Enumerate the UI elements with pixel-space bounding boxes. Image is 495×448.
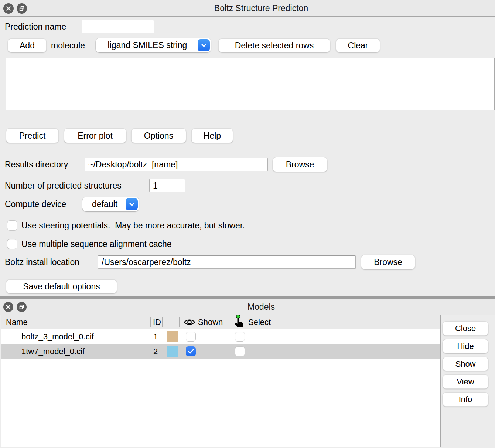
prediction-name-input[interactable]	[82, 20, 154, 33]
predict-button[interactable]: Predict	[6, 128, 59, 143]
models-titlebar: Models	[0, 299, 495, 315]
add-button[interactable]: Add	[8, 38, 47, 52]
float-windows-icon	[19, 304, 24, 310]
molecule-type-selected: ligand SMILES string	[96, 40, 198, 50]
models-table: Name ID Shown Select boltz_3_model_0.cif…	[1, 315, 440, 447]
delete-selected-rows-button[interactable]: Delete selected rows	[218, 38, 330, 52]
install-location-label: Boltz install location	[5, 255, 79, 269]
model-show-button[interactable]: Show	[443, 357, 488, 371]
boltz-structure-prediction-window: Boltz Structure Predicton Prediction nam…	[0, 0, 495, 448]
chevron-down-icon	[126, 198, 138, 210]
float-tool-button[interactable]	[17, 3, 27, 14]
model-info-button[interactable]: Info	[443, 392, 488, 407]
compute-device-selected: default	[82, 199, 126, 209]
model-view-button[interactable]: View	[443, 374, 488, 389]
msa-cache-checkbox[interactable]	[7, 239, 17, 249]
column-header-id: ID	[153, 315, 161, 329]
models-side-panel: Close Hide Show View Info	[440, 315, 494, 447]
model-color-swatch[interactable]	[167, 331, 178, 342]
close-tool-button[interactable]	[3, 3, 14, 14]
model-hide-button[interactable]: Hide	[443, 339, 488, 353]
steering-potentials-checkbox[interactable]	[7, 220, 17, 231]
molecule-table[interactable]	[6, 58, 495, 110]
compute-device-label: Compute device	[5, 197, 66, 211]
molecule-label: molecule	[51, 38, 85, 52]
column-header-name: Name	[6, 315, 28, 329]
steering-potentials-label: Use steering potentials. May be more acc…	[21, 220, 245, 231]
error-plot-button[interactable]: Error plot	[64, 128, 126, 143]
num-structures-input[interactable]	[149, 179, 185, 192]
select-checkbox[interactable]	[235, 332, 245, 342]
msa-cache-label: Use multiple sequence alignment cache	[21, 239, 172, 249]
shown-checkbox[interactable]	[186, 332, 196, 342]
model-row-1[interactable]: boltz_3_model_0.cif 1	[1, 329, 440, 344]
panel-splitter[interactable]	[0, 296, 495, 299]
results-directory-label: Results directory	[5, 158, 68, 171]
save-default-options-button[interactable]: Save default options	[6, 279, 117, 293]
eye-icon	[184, 315, 195, 329]
model-id: 1	[149, 329, 162, 344]
float-windows-icon	[19, 6, 25, 11]
tool-titlebar: Boltz Structure Predicton	[0, 0, 495, 17]
model-name[interactable]: boltz_3_model_0.cif	[21, 329, 94, 344]
install-browse-button[interactable]: Browse	[361, 255, 415, 269]
options-button[interactable]: Options	[131, 128, 186, 143]
compute-device-dropdown[interactable]: default	[82, 197, 139, 211]
results-directory-input[interactable]	[85, 158, 268, 171]
column-header-shown: Shown	[198, 315, 223, 329]
model-color-swatch[interactable]	[167, 346, 178, 357]
chevron-down-icon	[198, 39, 210, 51]
model-id: 2	[149, 344, 162, 359]
select-checkbox[interactable]	[235, 346, 245, 356]
models-title: Models	[30, 299, 492, 315]
select-hand-icon	[233, 314, 245, 328]
prediction-name-label: Prediction name	[5, 20, 66, 33]
clear-button[interactable]: Clear	[336, 38, 380, 52]
help-button[interactable]: Help	[191, 128, 233, 143]
shown-checkbox[interactable]	[186, 346, 196, 356]
column-header-select: Select	[248, 315, 271, 329]
tool-title: Boltz Structure Predicton	[30, 0, 492, 16]
models-table-header: Name ID Shown Select	[1, 315, 440, 329]
install-location-input[interactable]	[98, 255, 356, 269]
models-float-button[interactable]	[17, 302, 27, 312]
models-close-button[interactable]	[3, 302, 13, 312]
molecule-type-dropdown[interactable]: ligand SMILES string	[96, 38, 211, 52]
close-icon	[6, 6, 11, 11]
model-name[interactable]: 1tw7_model_0.cif	[21, 344, 85, 359]
model-row-2[interactable]: 1tw7_model_0.cif 2	[1, 344, 440, 359]
close-icon	[6, 305, 11, 309]
results-browse-button[interactable]: Browse	[273, 157, 327, 172]
model-close-button[interactable]: Close	[443, 321, 488, 336]
num-structures-label: Number of predicted structures	[5, 179, 122, 192]
